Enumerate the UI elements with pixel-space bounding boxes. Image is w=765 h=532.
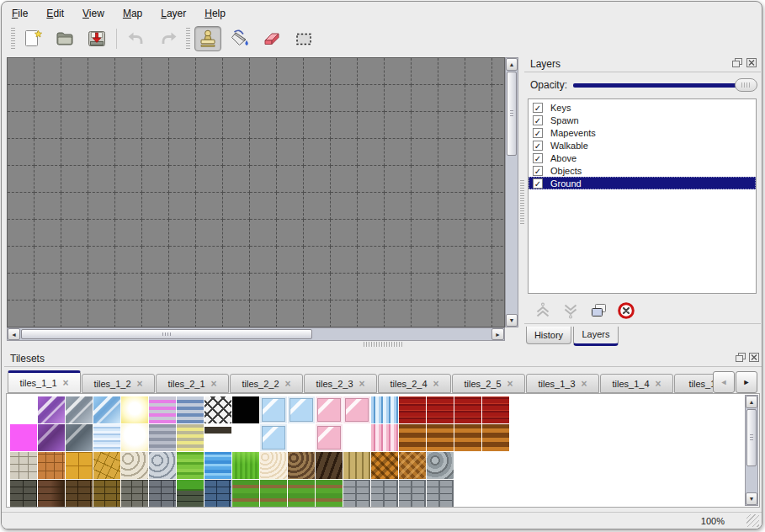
grid-cell[interactable] [35, 166, 61, 193]
grid-cell[interactable] [465, 220, 492, 247]
grid-cell[interactable] [358, 193, 385, 220]
tile-wall-grass[interactable] [177, 480, 204, 507]
tile-herringbone[interactable] [399, 452, 426, 479]
fill-tool-button[interactable] [226, 26, 253, 51]
tile-wall-dark[interactable] [10, 480, 37, 507]
grid-cell[interactable] [358, 301, 385, 327]
tile-pane-pink[interactable] [343, 396, 370, 423]
layer-row-ground[interactable]: ✓Ground [529, 177, 756, 189]
tile-wood-stripes[interactable] [482, 424, 509, 451]
grid-cell[interactable] [277, 193, 304, 220]
toolbar-grip[interactable] [186, 28, 190, 50]
grid-cell[interactable] [223, 58, 250, 85]
tab-close-icon[interactable]: × [507, 379, 513, 389]
grid-cell[interactable] [61, 220, 88, 247]
tile-wood-stripes[interactable] [399, 424, 426, 451]
tile-empty[interactable] [454, 480, 481, 507]
grid-cell[interactable] [438, 166, 465, 193]
grid-cell[interactable] [223, 274, 250, 301]
close-dock-button[interactable] [745, 57, 758, 70]
tile-basket[interactable] [371, 452, 398, 479]
tile-stone-blocks[interactable] [10, 452, 37, 479]
grid-cell[interactable] [438, 247, 465, 274]
grid-cell[interactable] [35, 301, 61, 327]
grid-cell[interactable] [358, 85, 385, 112]
grid-cell[interactable] [169, 247, 196, 274]
tileset-tab-tiles_1_3[interactable]: tiles_1_3× [526, 374, 599, 393]
grid-cell[interactable] [8, 112, 35, 139]
tile-glass-blue[interactable] [93, 396, 120, 423]
tile-pavement[interactable] [343, 480, 370, 507]
grid-cell[interactable] [61, 247, 88, 274]
grid-cell[interactable] [8, 301, 35, 327]
tab-close-icon[interactable]: × [582, 379, 587, 389]
grid-cell[interactable] [8, 139, 35, 166]
grid-cell[interactable] [250, 139, 277, 166]
layer-visibility-checkbox[interactable]: ✓ [533, 103, 543, 113]
grid-cell[interactable] [88, 112, 115, 139]
grid-cell[interactable] [304, 193, 331, 220]
grid-cell[interactable] [88, 220, 115, 247]
grid-cell[interactable] [304, 274, 331, 301]
grid-cell[interactable] [385, 247, 412, 274]
grid-cell[interactable] [88, 85, 115, 112]
grid-cell[interactable] [169, 301, 196, 327]
grid-cell[interactable] [223, 220, 250, 247]
grid-cell[interactable] [331, 193, 358, 220]
grid-cell[interactable] [88, 139, 115, 166]
grid-cell[interactable] [250, 112, 277, 139]
tile-grass-stripe[interactable] [177, 452, 204, 479]
grid-cell[interactable] [331, 85, 358, 112]
grid-cell[interactable] [331, 139, 358, 166]
grid-cell[interactable] [61, 139, 88, 166]
tile-curtain-blue[interactable] [371, 396, 398, 423]
grid-cell[interactable] [88, 166, 115, 193]
grid-cell[interactable] [385, 112, 412, 139]
scroll-right-button[interactable]: ► [491, 328, 504, 340]
tile-carpet-red[interactable] [427, 396, 454, 423]
tab-close-icon[interactable]: × [656, 379, 661, 389]
grid-cell[interactable] [250, 85, 277, 112]
grid-cell[interactable] [250, 274, 277, 301]
tile-pane-blue[interactable] [260, 396, 287, 423]
grid-cell[interactable] [277, 274, 304, 301]
grid-cell[interactable] [438, 193, 465, 220]
grid-cell[interactable] [169, 193, 196, 220]
grid-cell[interactable] [492, 166, 505, 193]
grid-cell[interactable] [385, 301, 412, 327]
grid-cell[interactable] [331, 220, 358, 247]
grid-cell[interactable] [35, 58, 61, 85]
tab-close-icon[interactable]: × [211, 379, 217, 389]
tile-pane-pink[interactable] [316, 396, 343, 423]
grid-cell[interactable] [438, 112, 465, 139]
grid-cell[interactable] [35, 274, 61, 301]
eraser-tool-button[interactable] [258, 26, 285, 51]
grid-cell[interactable] [465, 58, 492, 85]
grid-cell[interactable] [35, 112, 61, 139]
tile-glow-pale[interactable] [121, 424, 148, 451]
tile-cobble-orange[interactable] [38, 452, 65, 479]
grid-cell[interactable] [88, 247, 115, 274]
tile-stone-gold[interactable] [93, 452, 120, 479]
tile-wall-brown[interactable] [38, 480, 65, 507]
grid-cell[interactable] [277, 139, 304, 166]
tile-sand[interactable] [260, 452, 287, 479]
grid-cell[interactable] [61, 85, 88, 112]
tile-empty[interactable] [454, 452, 481, 479]
grid-cell[interactable] [412, 301, 438, 327]
undo-button[interactable] [123, 26, 150, 51]
grid-cell[interactable] [223, 139, 250, 166]
scrollbar-thumb[interactable] [507, 72, 517, 156]
grid-cell[interactable] [115, 139, 142, 166]
grid-cell[interactable] [438, 139, 465, 166]
grid-cell[interactable] [304, 166, 331, 193]
grid-cell[interactable] [331, 247, 358, 274]
grid-cell[interactable] [196, 247, 223, 274]
grid-cell[interactable] [8, 166, 35, 193]
tile-glass-gray[interactable] [66, 396, 93, 423]
grid-cell[interactable] [385, 220, 412, 247]
grid-cell[interactable] [250, 247, 277, 274]
grid-cell[interactable] [88, 193, 115, 220]
grid-cell[interactable] [115, 274, 142, 301]
scrollbar-thumb[interactable] [21, 329, 312, 339]
